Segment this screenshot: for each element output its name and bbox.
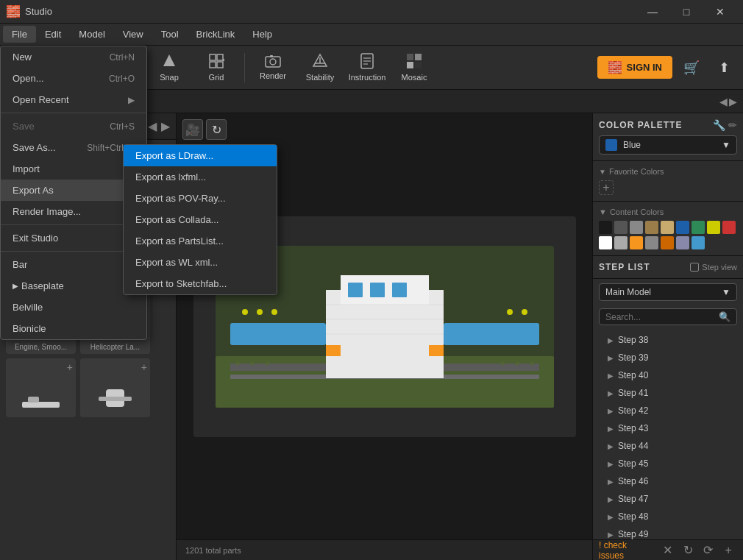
color-swatch[interactable]: [722, 221, 736, 234]
color-swatch[interactable]: [676, 236, 689, 249]
issues-undo-btn[interactable]: ↻: [679, 542, 697, 559]
step-label: Step 38: [618, 335, 648, 345]
issues-add-btn[interactable]: +: [719, 542, 737, 559]
nav-left-btn[interactable]: ◀: [148, 119, 157, 133]
palette-wrench-btn[interactable]: 🔧: [713, 119, 725, 131]
close-button[interactable]: ✕: [703, 0, 737, 24]
color-select-dropdown[interactable]: Blue ▼: [599, 135, 737, 155]
render-tool[interactable]: Render: [251, 49, 295, 87]
menu-item-tool[interactable]: Tool: [152, 26, 188, 43]
save-as-label: Save As...: [13, 142, 56, 153]
minimize-button[interactable]: —: [636, 0, 669, 24]
tab-nav-right[interactable]: ▶: [729, 96, 737, 107]
export-lxfml[interactable]: Export as lxfml...: [124, 166, 277, 188]
menu-item-bricklink[interactable]: BrickLink: [188, 26, 244, 43]
toolbar-right: 🧱 SIGN IN 🛒 ⬆: [597, 54, 737, 81]
color-swatch[interactable]: [630, 236, 643, 249]
export-collada[interactable]: Export as Collada...: [124, 209, 277, 230]
svg-rect-36: [28, 397, 39, 403]
export-partslist[interactable]: Export as PartsList...: [124, 230, 277, 252]
list-item[interactable]: ▶ Step 45: [593, 455, 743, 472]
menu-belville[interactable]: Belville: [1, 297, 146, 318]
color-swatch[interactable]: [599, 236, 612, 249]
color-swatch[interactable]: [614, 221, 628, 234]
step-search-input[interactable]: [605, 312, 719, 322]
list-item[interactable]: ▶ Step 38: [593, 331, 743, 349]
list-item[interactable]: ▶ Step 46: [593, 472, 743, 490]
fav-collapse-icon[interactable]: ▼: [599, 168, 606, 176]
step-model-select[interactable]: Main Model ▼: [599, 283, 737, 301]
color-swatch[interactable]: [661, 221, 674, 234]
list-item[interactable]: +: [80, 358, 150, 417]
menu-item-view[interactable]: View: [114, 26, 152, 43]
color-swatch[interactable]: [676, 221, 689, 234]
color-swatch[interactable]: [645, 236, 658, 249]
color-swatch[interactable]: [599, 221, 612, 234]
window-controls: — □ ✕: [636, 0, 737, 24]
issues-close-btn[interactable]: ✕: [659, 542, 677, 559]
upload-button[interactable]: ⬆: [711, 54, 737, 81]
rotate-btn[interactable]: ↻: [206, 119, 227, 140]
menu-open[interactable]: Open... Ctrl+O: [1, 68, 146, 89]
color-palette-section: COLOR PALETTE 🔧 ✏ Blue ▼: [593, 113, 743, 161]
svg-rect-13: [210, 62, 216, 68]
export-wlxml[interactable]: Export as WL xml...: [124, 252, 277, 273]
part-label: Helicopter La...: [90, 343, 140, 351]
list-item[interactable]: ▶ Step 48: [593, 508, 743, 525]
menu-item-edit[interactable]: Edit: [36, 26, 70, 43]
svg-rect-47: [326, 345, 341, 356]
maximize-button[interactable]: □: [669, 0, 703, 24]
list-item[interactable]: +: [6, 358, 76, 417]
mosaic-tool[interactable]: Mosaic: [392, 49, 436, 87]
menu-new[interactable]: New Ctrl+N: [1, 46, 146, 68]
tab-nav-left[interactable]: ◀: [719, 96, 728, 107]
menu-item-model[interactable]: Model: [70, 26, 113, 43]
list-item[interactable]: ▶ Step 39: [593, 349, 743, 366]
list-item[interactable]: ▶ Step 42: [593, 402, 743, 419]
list-item[interactable]: ▶ Step 43: [593, 419, 743, 437]
color-swatch[interactable]: [645, 221, 658, 234]
export-povray[interactable]: Export as POV-Ray...: [124, 188, 277, 209]
color-swatch[interactable]: [707, 221, 720, 234]
color-swatch[interactable]: [614, 236, 628, 249]
add-favorite-color-btn[interactable]: +: [599, 180, 614, 195]
list-item[interactable]: ▶ Step 41: [593, 384, 743, 402]
palette-pencil-btn[interactable]: ✏: [728, 119, 737, 131]
camera-btn[interactable]: 🎥: [182, 119, 203, 140]
color-swatch[interactable]: [661, 236, 674, 249]
list-item[interactable]: ▶ Step 44: [593, 437, 743, 455]
list-item[interactable]: ▶ Step 47: [593, 490, 743, 508]
step-view-checkbox[interactable]: [690, 263, 699, 272]
step-view-toggle[interactable]: Step view: [690, 263, 737, 272]
menu-bionicle[interactable]: Bionicle: [1, 318, 146, 339]
menu-item-file[interactable]: File: [3, 26, 36, 43]
export-ldraw[interactable]: Export as LDraw...: [124, 145, 277, 166]
color-swatch[interactable]: [692, 221, 705, 234]
part-add-btn[interactable]: +: [67, 361, 73, 373]
stability-tool[interactable]: Stability: [298, 49, 342, 87]
color-swatch[interactable]: [630, 221, 643, 234]
content-collapse-icon[interactable]: ▼: [599, 208, 607, 216]
issues-refresh-btn[interactable]: ⟳: [700, 542, 717, 559]
export-lxfml-label: Export as lxfml...: [135, 171, 206, 182]
list-item[interactable]: ▶ Step 40: [593, 366, 743, 384]
sign-in-button[interactable]: 🧱 SIGN IN: [597, 56, 672, 79]
svg-rect-35: [22, 402, 60, 408]
color-swatch[interactable]: [692, 236, 705, 249]
step-label: Step 42: [618, 405, 648, 416]
new-label: New: [13, 52, 32, 63]
cart-button[interactable]: 🛒: [678, 54, 705, 81]
step-label: Step 45: [618, 458, 648, 469]
grid-tool[interactable]: Grid: [194, 49, 238, 87]
part-add-btn[interactable]: +: [141, 361, 147, 373]
step-label: Step 44: [618, 441, 648, 451]
menu-open-recent[interactable]: Open Recent ▶: [1, 89, 146, 110]
nav-right-btn[interactable]: ▶: [161, 119, 170, 133]
svg-marker-15: [223, 58, 224, 61]
menu-item-help[interactable]: Help: [243, 26, 281, 43]
instruction-tool[interactable]: Instruction: [345, 49, 389, 87]
export-sketchfab[interactable]: Export to Sketchfab...: [124, 273, 277, 294]
list-item[interactable]: ▶ Step 49: [593, 525, 743, 539]
title-bar: 🧱 Studio — □ ✕: [0, 0, 743, 24]
snap-tool[interactable]: Snap: [147, 49, 191, 87]
